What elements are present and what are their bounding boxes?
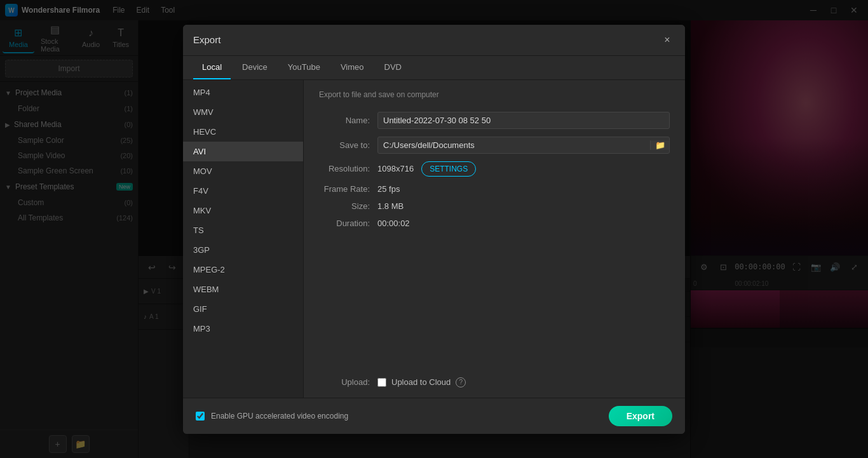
size-label: Size: bbox=[319, 201, 370, 211]
dialog-footer: Enable GPU accelerated video encoding Ex… bbox=[183, 398, 685, 434]
save-to-input[interactable] bbox=[378, 137, 650, 153]
dialog-title: Export bbox=[193, 34, 220, 45]
name-row: Name: bbox=[319, 112, 670, 129]
format-avi[interactable]: AVI bbox=[183, 142, 303, 161]
format-mpeg2[interactable]: MPEG-2 bbox=[183, 260, 303, 280]
format-3gp[interactable]: 3GP bbox=[183, 240, 303, 260]
save-to-label: Save to: bbox=[319, 140, 370, 150]
upload-label: Upload: bbox=[319, 377, 370, 387]
save-to-row: Save to: 📁 bbox=[319, 137, 670, 154]
frame-rate-label: Frame Rate: bbox=[319, 184, 370, 194]
export-dialog: Export × Local Device YouTube Vimeo DVD … bbox=[183, 25, 685, 434]
export-button[interactable]: Export bbox=[609, 406, 672, 426]
duration-label: Duration: bbox=[319, 219, 370, 228]
duration-row: Duration: 00:00:02 bbox=[319, 219, 670, 228]
duration-value: 00:00:02 bbox=[377, 219, 410, 228]
settings-panel: Export to file and save on computer Name… bbox=[304, 80, 685, 398]
name-input[interactable] bbox=[377, 112, 670, 129]
tab-device[interactable]: Device bbox=[233, 56, 276, 79]
upload-cloud-label: Upload to Cloud bbox=[391, 377, 451, 387]
resolution-label: Resolution: bbox=[319, 164, 370, 173]
format-ts[interactable]: TS bbox=[183, 220, 303, 240]
tab-dvd[interactable]: DVD bbox=[376, 56, 410, 79]
format-list: MP4 WMV HEVC AVI MOV F4V MKV TS 3GP MPEG… bbox=[183, 80, 304, 398]
dialog-tabs: Local Device YouTube Vimeo DVD bbox=[183, 56, 685, 80]
spacer bbox=[319, 236, 670, 370]
format-f4v[interactable]: F4V bbox=[183, 181, 303, 201]
format-hevc[interactable]: HEVC bbox=[183, 122, 303, 142]
format-mp3[interactable]: MP3 bbox=[183, 319, 303, 339]
gpu-checkbox[interactable] bbox=[196, 412, 205, 421]
format-mov[interactable]: MOV bbox=[183, 161, 303, 181]
tab-vimeo[interactable]: Vimeo bbox=[332, 56, 373, 79]
upload-cloud-checkbox[interactable] bbox=[377, 378, 386, 387]
dialog-header: Export × bbox=[183, 25, 685, 56]
resolution-row: Resolution: 1098x716 SETTINGS bbox=[319, 161, 670, 177]
format-mkv[interactable]: MKV bbox=[183, 201, 303, 220]
settings-description: Export to file and save on computer bbox=[319, 90, 670, 99]
frame-rate-value: 25 fps bbox=[377, 184, 400, 194]
resolution-value: 1098x716 bbox=[377, 164, 414, 173]
tab-youtube[interactable]: YouTube bbox=[279, 56, 329, 79]
size-row: Size: 1.8 MB bbox=[319, 201, 670, 211]
format-mp4[interactable]: MP4 bbox=[183, 83, 303, 102]
help-icon[interactable]: ? bbox=[456, 377, 466, 387]
gpu-label: Enable GPU accelerated video encoding bbox=[211, 412, 348, 421]
dialog-close-button[interactable]: × bbox=[660, 32, 675, 48]
tab-local[interactable]: Local bbox=[193, 56, 231, 79]
name-label: Name: bbox=[319, 116, 370, 125]
format-gif[interactable]: GIF bbox=[183, 299, 303, 319]
browse-button[interactable]: 📁 bbox=[650, 140, 669, 150]
dialog-body: MP4 WMV HEVC AVI MOV F4V MKV TS 3GP MPEG… bbox=[183, 80, 685, 398]
save-to-input-wrapper: 📁 bbox=[377, 137, 670, 154]
format-wmv[interactable]: WMV bbox=[183, 102, 303, 122]
settings-button[interactable]: SETTINGS bbox=[421, 161, 476, 177]
format-webm[interactable]: WEBM bbox=[183, 280, 303, 299]
frame-rate-row: Frame Rate: 25 fps bbox=[319, 184, 670, 194]
upload-cloud-row: Upload to Cloud ? bbox=[377, 377, 466, 387]
upload-row: Upload: Upload to Cloud ? bbox=[319, 377, 670, 387]
size-value: 1.8 MB bbox=[377, 201, 403, 211]
modal-overlay: Export × Local Device YouTube Vimeo DVD … bbox=[0, 0, 868, 458]
